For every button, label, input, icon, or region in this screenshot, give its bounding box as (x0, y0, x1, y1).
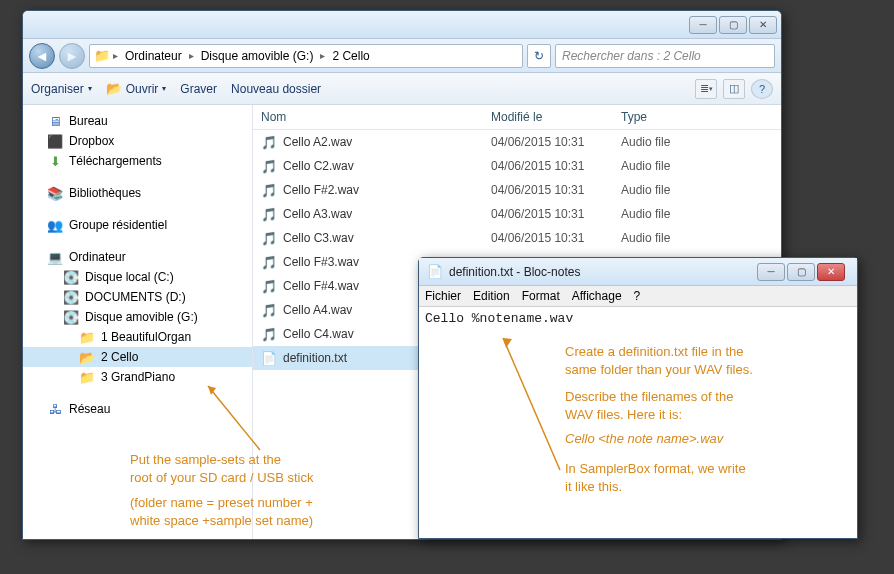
maximize-button[interactable]: ▢ (787, 263, 815, 281)
nav-label: Disque amovible (G:) (85, 310, 198, 324)
audio-file-icon: 🎵 (261, 158, 277, 174)
file-date: 04/06/2015 10:31 (483, 157, 613, 175)
breadcrumb-segment[interactable]: 2 Cello (328, 45, 373, 67)
maximize-button[interactable]: ▢ (719, 16, 747, 34)
nav-item-ordinateur[interactable]: 💻Ordinateur (23, 247, 252, 267)
chevron-right-icon: ▸ (110, 50, 121, 61)
nav-item-documents-d[interactable]: 💽DOCUMENTS (D:) (23, 287, 252, 307)
forward-button[interactable]: ► (59, 43, 85, 69)
nav-label: Réseau (69, 402, 110, 416)
nav-item-disque-c[interactable]: 💽Disque local (C:) (23, 267, 252, 287)
chevron-right-icon: ▸ (317, 50, 328, 61)
file-name: definition.txt (283, 351, 347, 365)
minimize-button[interactable]: ─ (689, 16, 717, 34)
notepad-icon: 📄 (427, 264, 443, 280)
breadcrumb-bar[interactable]: 📁 ▸ Ordinateur ▸ Disque amovible (G:) ▸ … (89, 44, 523, 68)
notepad-window: 📄 definition.txt - Bloc-notes ─ ▢ ✕ Fich… (418, 257, 858, 539)
menu-edition[interactable]: Edition (473, 289, 510, 303)
search-placeholder: Rechercher dans : 2 Cello (562, 49, 701, 63)
menu-affichage[interactable]: Affichage (572, 289, 622, 303)
nav-label: Bibliothèques (69, 186, 141, 200)
audio-file-icon: 🎵 (261, 206, 277, 222)
nav-item-groupe-residentiel[interactable]: 👥Groupe résidentiel (23, 215, 252, 235)
audio-file-icon: 🎵 (261, 302, 277, 318)
nav-label: Dropbox (69, 134, 114, 148)
organise-button[interactable]: Organiser▾ (31, 82, 92, 96)
audio-file-icon: 🎵 (261, 134, 277, 150)
audio-file-icon: 🎵 (261, 254, 277, 270)
refresh-button[interactable]: ↻ (527, 44, 551, 68)
file-type: Audio file (613, 229, 781, 247)
breadcrumb-segment[interactable]: Ordinateur (121, 45, 186, 67)
nav-label: 3 GrandPiano (101, 370, 175, 384)
window-buttons: ─ ▢ ✕ (687, 16, 781, 34)
toolbar: Organiser▾ 📂Ouvrir▾ Graver Nouveau dossi… (23, 73, 781, 105)
dropbox-icon: ⬛ (47, 133, 63, 149)
network-icon: 🖧 (47, 401, 63, 417)
nav-item-folder-2[interactable]: 📂2 Cello (23, 347, 252, 367)
nav-item-dropbox[interactable]: ⬛Dropbox (23, 131, 252, 151)
desktop-icon: 🖥 (47, 113, 63, 129)
notepad-title: definition.txt - Bloc-notes (449, 265, 749, 279)
file-row[interactable]: 🎵Cello A3.wav04/06/2015 10:31Audio file (253, 202, 781, 226)
close-button[interactable]: ✕ (749, 16, 777, 34)
column-header-type[interactable]: Type (613, 105, 781, 129)
file-date: 04/06/2015 10:31 (483, 181, 613, 199)
column-headers: Nom Modifié le Type (253, 105, 781, 130)
view-options-button[interactable]: ≣▾ (695, 79, 717, 99)
nav-item-disque-g[interactable]: 💽Disque amovible (G:) (23, 307, 252, 327)
folder-icon: 📁 (94, 48, 110, 64)
library-icon: 📚 (47, 185, 63, 201)
new-folder-button[interactable]: Nouveau dossier (231, 82, 321, 96)
audio-file-icon: 🎵 (261, 326, 277, 342)
folder-open-icon: 📂 (79, 349, 95, 365)
nav-item-bibliotheques[interactable]: 📚Bibliothèques (23, 183, 252, 203)
file-row[interactable]: 🎵Cello F#2.wav04/06/2015 10:31Audio file (253, 178, 781, 202)
file-name: Cello F#2.wav (283, 183, 359, 197)
nav-item-bureau[interactable]: 🖥Bureau (23, 111, 252, 131)
preview-pane-button[interactable]: ◫ (723, 79, 745, 99)
chevron-right-icon: ▸ (186, 50, 197, 61)
file-row[interactable]: 🎵Cello C2.wav04/06/2015 10:31Audio file (253, 154, 781, 178)
minimize-button[interactable]: ─ (757, 263, 785, 281)
navigation-pane: 🖥Bureau ⬛Dropbox ⬇Téléchargements 📚Bibli… (23, 105, 253, 539)
address-bar-row: ◄ ► 📁 ▸ Ordinateur ▸ Disque amovible (G:… (23, 39, 781, 73)
menu-format[interactable]: Format (522, 289, 560, 303)
nav-item-reseau[interactable]: 🖧Réseau (23, 399, 252, 419)
file-type: Audio file (613, 181, 781, 199)
file-row[interactable]: 🎵Cello A2.wav04/06/2015 10:31Audio file (253, 130, 781, 154)
notepad-content: Cello %notename.wav (425, 311, 573, 326)
open-icon: 📂 (106, 81, 122, 97)
notepad-textarea[interactable]: Cello %notename.wav (419, 307, 857, 538)
column-header-name[interactable]: Nom (253, 105, 483, 129)
drive-icon: 💽 (63, 289, 79, 305)
column-header-date[interactable]: Modifié le (483, 105, 613, 129)
folder-icon: 📁 (79, 369, 95, 385)
file-row[interactable]: 🎵Cello C3.wav04/06/2015 10:31Audio file (253, 226, 781, 250)
burn-button[interactable]: Graver (180, 82, 217, 96)
menu-fichier[interactable]: Fichier (425, 289, 461, 303)
file-name: Cello A4.wav (283, 303, 352, 317)
nav-label: Bureau (69, 114, 108, 128)
file-name: Cello C4.wav (283, 327, 354, 341)
file-type: Audio file (613, 205, 781, 223)
folder-icon: 📁 (79, 329, 95, 345)
file-name: Cello A2.wav (283, 135, 352, 149)
nav-item-folder-3[interactable]: 📁3 GrandPiano (23, 367, 252, 387)
search-input[interactable]: Rechercher dans : 2 Cello (555, 44, 775, 68)
nav-label: Groupe résidentiel (69, 218, 167, 232)
nav-item-telechargements[interactable]: ⬇Téléchargements (23, 151, 252, 171)
help-button[interactable]: ? (751, 79, 773, 99)
menu-aide[interactable]: ? (634, 289, 641, 303)
breadcrumb-segment[interactable]: Disque amovible (G:) (197, 45, 318, 67)
audio-file-icon: 🎵 (261, 182, 277, 198)
file-type: Audio file (613, 133, 781, 151)
audio-file-icon: 🎵 (261, 230, 277, 246)
file-name: Cello F#4.wav (283, 279, 359, 293)
open-button[interactable]: 📂Ouvrir▾ (106, 81, 167, 97)
notepad-titlebar: 📄 definition.txt - Bloc-notes ─ ▢ ✕ (419, 258, 857, 286)
file-name: Cello F#3.wav (283, 255, 359, 269)
nav-item-folder-1[interactable]: 📁1 BeautifulOrgan (23, 327, 252, 347)
close-button[interactable]: ✕ (817, 263, 845, 281)
back-button[interactable]: ◄ (29, 43, 55, 69)
